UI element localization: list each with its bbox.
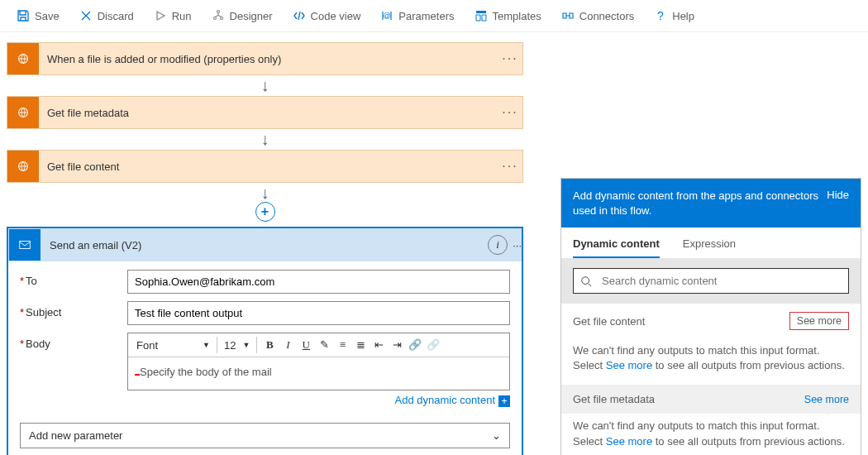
dynamic-content-panel: Add dynamic content from the apps and co… xyxy=(560,178,861,455)
info-icon[interactable]: i xyxy=(488,235,508,255)
chevron-down-icon: ⌄ xyxy=(492,429,501,442)
step-title: Get file content xyxy=(39,160,498,173)
svg-text:@: @ xyxy=(384,12,391,20)
connectors-button[interactable]: Connectors xyxy=(553,6,642,26)
panel-header-text: Add dynamic content from the apps and co… xyxy=(573,189,818,218)
indent-button[interactable]: ⇥ xyxy=(388,338,406,352)
help-button[interactable]: ?Help xyxy=(646,6,703,26)
toolbar: Save Discard Run Designer Code view @Par… xyxy=(0,0,868,32)
svg-point-1 xyxy=(213,17,216,20)
step-menu-button[interactable]: ··· xyxy=(498,51,522,66)
card-header[interactable]: Send an email (V2) i ··· xyxy=(8,228,522,261)
designer-button[interactable]: Designer xyxy=(203,6,281,26)
flow-arrow-icon: ↓ xyxy=(7,129,523,150)
card-title: Send an email (V2) xyxy=(41,239,488,251)
outlook-icon xyxy=(9,229,41,261)
add-dynamic-icon[interactable]: + xyxy=(498,395,510,407)
body-label: *Body xyxy=(20,333,127,350)
bullets-button[interactable]: ≡ xyxy=(333,338,351,352)
tab-dynamic-content[interactable]: Dynamic content xyxy=(573,237,660,258)
section-get-file-content: Get file content See more xyxy=(561,304,861,338)
no-outputs-note: We can't find any outputs to match this … xyxy=(561,414,861,455)
see-more-link[interactable]: See more xyxy=(606,359,652,371)
no-outputs-note: We can't find any outputs to match this … xyxy=(561,338,861,385)
discard-button[interactable]: Discard xyxy=(71,6,142,26)
underline-button[interactable]: U xyxy=(297,338,315,352)
subject-input[interactable] xyxy=(127,301,510,325)
designer-canvas: When a file is added or modified (proper… xyxy=(0,32,868,454)
flow-arrow-icon: ↓ xyxy=(7,75,523,96)
svg-text:?: ? xyxy=(657,9,664,22)
svg-rect-8 xyxy=(20,242,31,249)
send-email-card: Send an email (V2) i ··· *To *Subject *B… xyxy=(7,227,523,455)
font-select[interactable]: Font xyxy=(131,333,199,357)
see-more-link[interactable]: See more xyxy=(606,435,652,448)
body-editor: Font▼ 12▼ B I U ✎ ≡ ≣ ⇤ ⇥ 🔗 xyxy=(127,333,510,390)
sharepoint-icon xyxy=(7,97,39,128)
action-step-metadata[interactable]: Get file metadata ··· xyxy=(7,96,523,129)
action-step-content[interactable]: Get file content ··· xyxy=(7,150,523,183)
step-menu-button[interactable]: ··· xyxy=(498,159,522,174)
templates-button[interactable]: Templates xyxy=(466,6,550,26)
body-input[interactable]: Specify the body of the mail xyxy=(128,357,509,390)
svg-point-0 xyxy=(217,11,219,13)
card-menu-button[interactable]: ··· xyxy=(513,239,522,251)
to-label: *To xyxy=(20,270,127,287)
subject-label: *Subject xyxy=(20,301,127,318)
run-button[interactable]: Run xyxy=(145,6,200,26)
flow-arrow-icon: ↓ xyxy=(7,183,523,204)
bold-button[interactable]: B xyxy=(260,338,279,352)
sharepoint-icon xyxy=(7,151,39,182)
italic-button[interactable]: I xyxy=(279,338,297,352)
highlight-button[interactable]: ✎ xyxy=(315,338,333,352)
chevron-down-icon[interactable]: ▼ xyxy=(239,341,253,349)
section-get-file-metadata: Get file metadata See more xyxy=(561,385,861,414)
svg-point-2 xyxy=(220,17,222,20)
add-parameter-select[interactable]: Add new parameter ⌄ xyxy=(20,423,510,448)
unlink-button[interactable]: 🔗 xyxy=(424,338,442,352)
hide-panel-button[interactable]: Hide xyxy=(827,189,849,201)
outdent-button[interactable]: ⇤ xyxy=(370,338,388,352)
step-title: When a file is added or modified (proper… xyxy=(39,53,498,65)
see-more-button[interactable]: See more xyxy=(789,312,849,330)
to-input[interactable] xyxy=(127,270,510,294)
codeview-button[interactable]: Code view xyxy=(284,6,370,26)
tab-expression[interactable]: Expression xyxy=(683,237,736,258)
link-button[interactable]: 🔗 xyxy=(406,338,424,352)
step-menu-button[interactable]: ··· xyxy=(498,105,522,120)
search-input[interactable] xyxy=(600,274,842,288)
trigger-step[interactable]: When a file is added or modified (proper… xyxy=(7,42,523,75)
search-icon xyxy=(580,275,592,287)
add-dynamic-content-link[interactable]: Add dynamic content xyxy=(395,394,495,406)
chevron-down-icon[interactable]: ▼ xyxy=(199,341,213,349)
sharepoint-icon xyxy=(7,43,39,74)
add-step-button[interactable]: + xyxy=(255,202,275,222)
parameters-button[interactable]: @Parameters xyxy=(372,6,462,26)
fontsize-select[interactable]: 12 xyxy=(221,333,239,357)
svg-point-9 xyxy=(582,276,589,284)
see-more-button[interactable]: See more xyxy=(804,394,849,405)
save-button[interactable]: Save xyxy=(8,6,68,26)
step-title: Get file metadata xyxy=(39,107,498,119)
numbering-button[interactable]: ≣ xyxy=(351,338,370,352)
rte-toolbar: Font▼ 12▼ B I U ✎ ≡ ≣ ⇤ ⇥ 🔗 xyxy=(128,333,509,357)
